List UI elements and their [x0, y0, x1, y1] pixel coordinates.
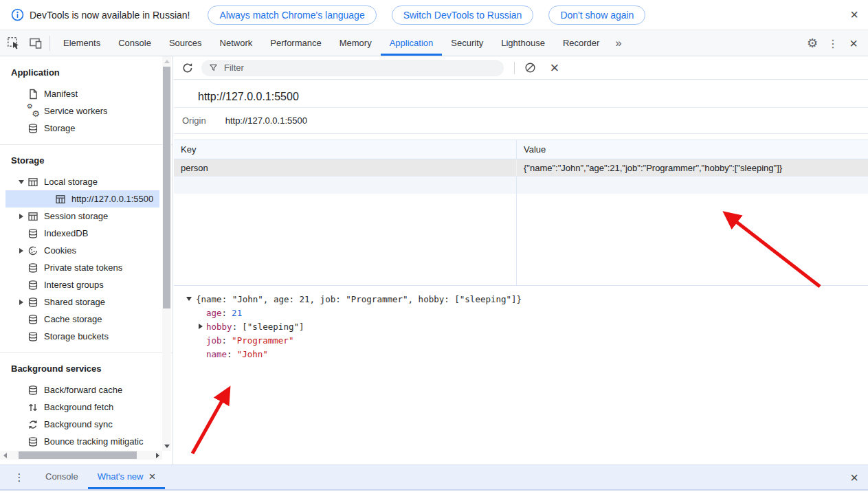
key-value-table: Key Value person {"name":"John","age":21…	[174, 139, 868, 286]
sidebar-item-manifest[interactable]: Manifest	[0, 85, 159, 102]
filter-field[interactable]	[201, 60, 504, 76]
json-preview-pane: {name: "John", age: 21, job: "Programmer…	[174, 286, 868, 361]
column-header-key[interactable]: Key	[174, 140, 517, 159]
section-title-storage: Storage	[0, 154, 173, 168]
sidebar-item-interest-groups[interactable]: Interest groups	[0, 276, 159, 293]
clear-all-button[interactable]	[522, 62, 538, 74]
tab-sources[interactable]: Sources	[160, 30, 211, 56]
tab-lighthouse[interactable]: Lighthouse	[492, 30, 554, 56]
preview-summary-line[interactable]: {name: "John", age: 21, job: "Programmer…	[174, 292, 868, 306]
table-icon	[27, 211, 38, 222]
tab-recorder[interactable]: Recorder	[554, 30, 608, 56]
sidebar-vertical-scrollbar[interactable]	[162, 56, 171, 451]
sidebar-item-background-fetch[interactable]: Background fetch	[0, 398, 159, 416]
origin-label: Origin	[182, 115, 206, 126]
drawer-tab-console[interactable]: Console	[36, 465, 88, 489]
cell-key[interactable]: person	[174, 159, 517, 176]
property-value: "Programmer"	[232, 335, 293, 346]
property-value: "John"	[237, 349, 268, 359]
disclosure-triangle-collapsed[interactable]	[15, 214, 27, 219]
devtools-window: DevTools is now available in Russian! Al…	[0, 0, 868, 494]
dont-show-again-button[interactable]: Don't show again	[548, 5, 645, 25]
sidebar-item-service-workers[interactable]: ⚙⚙ Service workers	[0, 102, 159, 120]
table-row-empty[interactable]	[174, 177, 868, 194]
whats-new-close-icon[interactable]: ×	[149, 471, 156, 482]
table-row-person[interactable]: person {"name":"John","age":21,"job":"Pr…	[174, 159, 868, 177]
sidebar-divider	[0, 144, 173, 145]
inspect-element-button[interactable]	[3, 30, 25, 56]
property-key: age	[206, 308, 222, 318]
sidebar-item-private-state-tokens[interactable]: Private state tokens	[0, 259, 159, 276]
application-sidebar: Application Manifest ⚙⚙ Service workers …	[0, 56, 173, 464]
preview-entry-name[interactable]: name: "John"	[174, 347, 868, 361]
settings-gear-icon[interactable]: ⚙	[802, 36, 823, 51]
preview-entry-age[interactable]: age: 21	[174, 306, 868, 319]
tab-network[interactable]: Network	[211, 30, 262, 56]
tab-elements[interactable]: Elements	[54, 30, 109, 56]
origin-row: Origin http://127.0.0.1:5500	[174, 108, 868, 134]
horizontal-scrollbar-thumb[interactable]	[19, 451, 137, 459]
tab-console[interactable]: Console	[109, 30, 160, 56]
sidebar-item-cache-storage[interactable]: Cache storage	[0, 311, 159, 328]
database-icon	[27, 123, 38, 134]
property-key: job	[206, 335, 222, 346]
disclosure-triangle-collapsed[interactable]	[15, 248, 27, 254]
tab-security[interactable]: Security	[442, 30, 492, 56]
more-tabs-button[interactable]: »	[608, 30, 627, 56]
sidebar-item-session-storage[interactable]: Session storage	[0, 207, 159, 225]
drawer-menu-kebab-icon[interactable]: ⋮	[5, 465, 33, 489]
drawer-tab-whats-new[interactable]: What's new ×	[88, 465, 166, 489]
vertical-scrollbar-thumb[interactable]	[163, 67, 170, 308]
sidebar-item-cookies[interactable]: Cookies	[0, 242, 159, 259]
disclosure-triangle-collapsed[interactable]	[15, 300, 27, 305]
tab-performance[interactable]: Performance	[261, 30, 330, 56]
funnel-icon	[208, 63, 219, 73]
property-value: 21	[232, 308, 242, 318]
scroll-left-arrow-icon[interactable]	[0, 451, 10, 460]
device-toolbar-button[interactable]	[25, 30, 47, 56]
tab-application[interactable]: Application	[381, 30, 443, 56]
sidebar-item-shared-storage[interactable]: Shared storage	[0, 293, 159, 311]
sidebar-horizontal-scrollbar[interactable]	[0, 451, 162, 460]
drawer-close-button[interactable]: ×	[850, 471, 858, 484]
sidebar-item-back-forward-cache[interactable]: Back/forward cache	[0, 381, 159, 398]
sidebar-item-localstorage-origin[interactable]: http://127.0.0.1:5500	[5, 190, 159, 207]
toolbar-divider	[49, 36, 50, 51]
column-header-value[interactable]: Value	[517, 140, 868, 159]
scroll-down-arrow-icon[interactable]	[162, 441, 171, 451]
database-icon	[27, 436, 38, 447]
devtools-close-button[interactable]: ×	[843, 36, 864, 50]
sidebar-item-background-sync[interactable]: Background sync	[0, 416, 159, 433]
triangle-down-icon[interactable]	[185, 297, 193, 301]
property-key: hobby	[206, 322, 232, 332]
sidebar-item-local-storage[interactable]: Local storage	[0, 173, 159, 190]
sidebar-item-storage-buckets[interactable]: Storage buckets	[0, 328, 159, 345]
database-icon	[27, 331, 38, 342]
triangle-right-icon[interactable]	[197, 324, 205, 329]
preview-entry-hobby[interactable]: hobby: ["sleeping"]	[174, 319, 868, 333]
sidebar-item-indexeddb[interactable]: IndexedDB	[0, 225, 159, 242]
database-icon	[27, 280, 38, 291]
scroll-right-arrow-icon[interactable]	[153, 451, 162, 460]
refresh-button[interactable]	[179, 62, 196, 74]
sidebar-item-bounce-tracking[interactable]: Bounce tracking mitigatic	[0, 433, 159, 450]
database-icon	[27, 314, 38, 325]
delete-selected-button[interactable]: ×	[546, 60, 563, 76]
filter-input[interactable]	[224, 63, 497, 73]
storage-origin-title: http://127.0.0.1:5500	[174, 80, 868, 107]
database-icon	[27, 262, 38, 273]
banner-close-icon[interactable]: ×	[850, 8, 858, 21]
preview-summary: {name: "John", age: 21, job: "Programmer…	[196, 294, 522, 304]
cell-value[interactable]: {"name":"John","age":21,"job":"Programme…	[517, 159, 868, 176]
sync-icon	[27, 419, 38, 430]
switch-to-russian-button[interactable]: Switch DevTools to Russian	[392, 5, 534, 25]
tab-memory[interactable]: Memory	[331, 30, 381, 56]
disclosure-triangle-expanded[interactable]	[15, 180, 27, 184]
sidebar-item-storage[interactable]: Storage	[0, 120, 159, 137]
service-workers-icon: ⚙⚙	[27, 106, 38, 117]
preview-entry-job[interactable]: job: "Programmer"	[174, 333, 868, 347]
devtools-menu-kebab-icon[interactable]: ⋮	[823, 37, 843, 50]
section-title-application: Application	[0, 66, 173, 80]
always-match-language-button[interactable]: Always match Chrome's language	[208, 5, 376, 25]
scroll-up-arrow-icon[interactable]	[162, 56, 171, 66]
